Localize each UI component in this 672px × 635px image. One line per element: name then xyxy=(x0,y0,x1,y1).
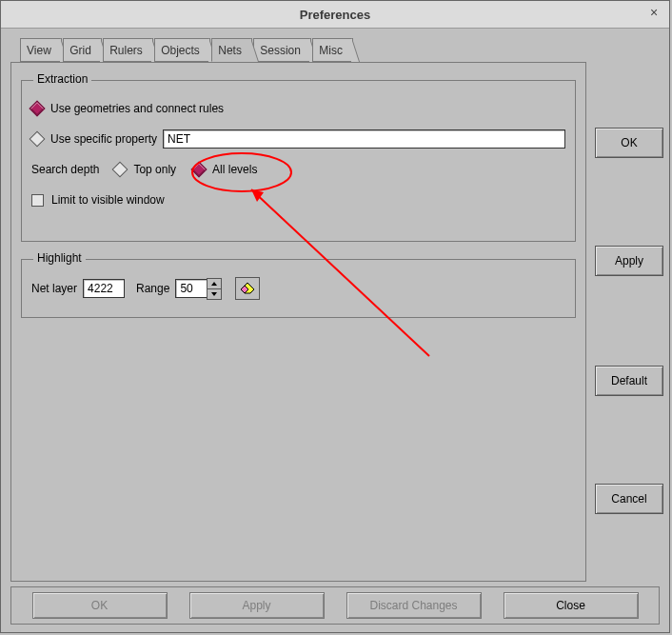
group-highlight: Highlight Net layer Range xyxy=(21,259,576,318)
default-button[interactable]: Default xyxy=(595,366,663,396)
eraser-button[interactable] xyxy=(235,277,260,300)
radio-label: All levels xyxy=(212,163,257,176)
group-extraction: Extraction Use geometries and connect ru… xyxy=(21,80,576,242)
range-input[interactable] xyxy=(175,279,208,298)
button-label: Apply xyxy=(242,599,270,612)
chevron-down-icon xyxy=(211,292,217,296)
button-label: OK xyxy=(621,136,637,149)
client-area: View Grid Rulers Objects Nets Session xyxy=(1,28,669,632)
range-spinner xyxy=(207,278,222,300)
radio-label: Top only xyxy=(133,163,176,176)
tab-view[interactable]: View xyxy=(20,38,62,62)
titlebar: Preferences × xyxy=(1,1,669,29)
tab-label: Objects xyxy=(161,44,200,57)
tab-session[interactable]: Session xyxy=(253,38,311,62)
bottom-discard-button: Discard Changes xyxy=(346,592,482,619)
netlayer-label: Net layer xyxy=(31,282,77,295)
tab-rulers[interactable]: Rulers xyxy=(103,38,153,62)
button-label: Default xyxy=(611,374,647,387)
radio-top-only[interactable] xyxy=(112,162,128,178)
netlayer-input[interactable] xyxy=(83,279,125,298)
tab-label: Nets xyxy=(218,44,242,57)
radio-label: Use specific property xyxy=(50,132,157,146)
window-close-button[interactable]: × xyxy=(646,6,662,21)
button-label: Close xyxy=(556,599,585,612)
tab-label: Grid xyxy=(69,44,91,57)
search-depth-label: Search depth xyxy=(31,163,99,176)
eraser-icon xyxy=(240,283,255,294)
tab-label: Session xyxy=(260,44,301,57)
button-label: Cancel xyxy=(611,492,646,506)
group-legend: Extraction xyxy=(33,72,91,86)
tab-row: View Grid Rulers Objects Nets Session xyxy=(20,37,586,62)
chevron-up-icon xyxy=(211,282,217,286)
tab-label: Rulers xyxy=(109,44,143,57)
range-step-up[interactable] xyxy=(207,278,222,289)
checkbox-label: Limit to visible window xyxy=(51,193,165,207)
cancel-button[interactable]: Cancel xyxy=(595,484,663,514)
bottom-ok-button: OK xyxy=(32,592,168,619)
button-label: Apply xyxy=(615,254,643,268)
window-title: Preferences xyxy=(300,8,370,22)
radio-use-geometries[interactable] xyxy=(30,101,46,117)
tab-grid[interactable]: Grid xyxy=(63,38,102,62)
button-label: Discard Changes xyxy=(369,599,457,612)
tab-nets[interactable]: Nets xyxy=(211,38,252,62)
radio-label: Use geometries and connect rules xyxy=(50,102,224,115)
bottom-close-button[interactable]: Close xyxy=(504,592,639,619)
tab-misc[interactable]: Misc xyxy=(312,38,353,62)
range-step-down[interactable] xyxy=(207,289,222,300)
radio-use-property[interactable] xyxy=(30,131,46,148)
group-legend: Highlight xyxy=(33,251,86,265)
main-area: View Grid Rulers Objects Nets Session xyxy=(10,37,586,585)
tab-label: View xyxy=(27,44,51,57)
tab-label: Misc xyxy=(319,44,343,57)
ok-button[interactable]: OK xyxy=(595,128,663,158)
range-label: Range xyxy=(136,282,169,295)
bottom-bar: OK Apply Discard Changes Close xyxy=(10,586,660,625)
side-button-area: OK Apply Default Cancel xyxy=(595,37,662,585)
radio-all-levels[interactable] xyxy=(191,162,208,178)
bottom-apply-button: Apply xyxy=(189,592,325,619)
button-label: OK xyxy=(91,599,108,612)
window: Preferences × View Grid Rulers Objects xyxy=(0,0,670,633)
property-input[interactable] xyxy=(163,129,565,149)
tab-objects[interactable]: Objects xyxy=(154,38,210,62)
tab-panel: Extraction Use geometries and connect ru… xyxy=(10,62,586,582)
apply-button[interactable]: Apply xyxy=(595,246,663,276)
checkbox-limit-visible[interactable] xyxy=(31,194,44,207)
